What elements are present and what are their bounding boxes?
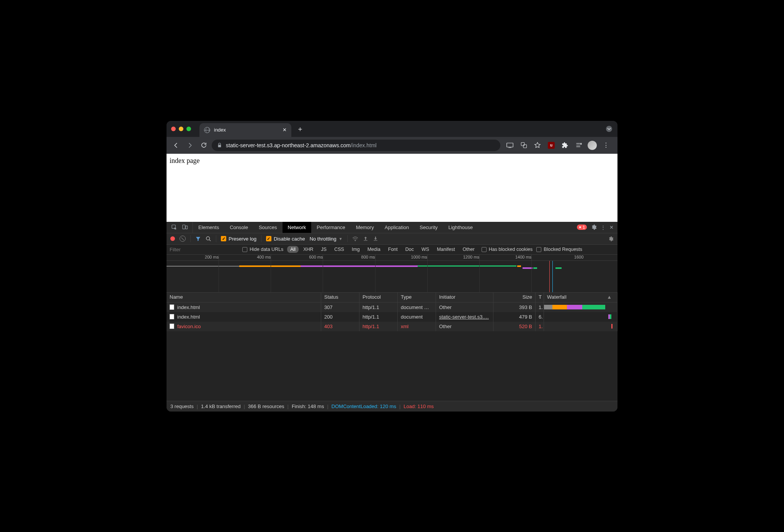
reload-button[interactable] <box>198 140 209 151</box>
devtools-tab-elements[interactable]: Elements <box>193 222 224 233</box>
filter-type-css[interactable]: CSS <box>331 246 347 253</box>
col-time[interactable]: T <box>536 293 544 302</box>
col-name[interactable]: Name <box>167 293 321 302</box>
timeline-tick: 600 ms <box>309 255 323 259</box>
screen-share-icon[interactable] <box>505 140 515 150</box>
tab-close-button[interactable]: ✕ <box>283 127 287 133</box>
timeline-tick: 1400 ms <box>515 255 531 259</box>
download-har-icon[interactable] <box>373 236 378 241</box>
status-load: Load: 110 ms <box>403 403 434 409</box>
media-control-icon[interactable] <box>574 140 584 150</box>
devtools-settings-icon[interactable] <box>591 224 597 230</box>
filter-type-ws[interactable]: WS <box>418 246 432 253</box>
back-button[interactable] <box>170 140 182 151</box>
address-bar[interactable]: static-server-test.s3.ap-northeast-2.ama… <box>212 140 500 151</box>
timeline-tick: 1600 <box>574 255 583 259</box>
devtools-tab-application[interactable]: Application <box>379 222 415 233</box>
window-close-button[interactable] <box>171 127 176 131</box>
svg-rect-10 <box>374 240 377 241</box>
network-settings-icon[interactable] <box>608 236 614 242</box>
filter-type-media[interactable]: Media <box>364 246 384 253</box>
table-row[interactable]: index.html200http/1.1documentstatic-serv… <box>167 312 617 322</box>
devtools-tab-performance[interactable]: Performance <box>311 222 350 233</box>
document-icon <box>170 324 174 329</box>
disable-cache-checkbox[interactable]: ✓Disable cache <box>266 236 305 242</box>
preserve-log-checkbox[interactable]: ✓Preserve log <box>221 236 256 242</box>
throttling-select[interactable]: No throttling▼ <box>310 236 343 242</box>
has-blocked-cookies-checkbox[interactable]: Has blocked cookies <box>482 247 533 252</box>
network-table: Name Status Protocol Type Initiator Size… <box>167 293 617 401</box>
clear-button[interactable] <box>180 236 186 242</box>
col-status[interactable]: Status <box>321 293 359 302</box>
window-minimize-button[interactable] <box>179 127 183 131</box>
bookmark-star-icon[interactable] <box>532 140 542 150</box>
translate-icon[interactable] <box>519 140 529 150</box>
filter-input[interactable] <box>170 247 238 252</box>
hide-data-urls-checkbox[interactable]: Hide data URLs <box>242 247 283 252</box>
traffic-lights <box>171 127 199 131</box>
device-toggle-icon[interactable] <box>182 224 188 230</box>
col-size[interactable]: Size <box>493 293 536 302</box>
lock-icon <box>217 143 222 148</box>
window-maximize-button[interactable] <box>186 127 191 131</box>
filter-type-font[interactable]: Font <box>385 246 401 253</box>
network-conditions-icon[interactable] <box>352 236 358 241</box>
inspect-element-icon[interactable] <box>171 224 177 230</box>
record-button[interactable] <box>170 236 175 241</box>
tab-bar: index ✕ ＋ <box>167 121 617 137</box>
upload-har-icon[interactable] <box>363 236 368 241</box>
status-domcontentloaded: DOMContentLoaded: 120 ms <box>332 403 396 409</box>
col-protocol[interactable]: Protocol <box>359 293 398 302</box>
ublock-extension-icon[interactable]: u <box>546 140 556 150</box>
filter-type-js[interactable]: JS <box>318 246 330 253</box>
filter-type-all[interactable]: All <box>287 246 299 253</box>
svg-rect-5 <box>183 225 185 229</box>
timeline-tick: 400 ms <box>257 255 271 259</box>
devtools-tab-security[interactable]: Security <box>414 222 443 233</box>
browser-menu-button[interactable]: ⋮ <box>601 142 611 149</box>
devtools-close-button[interactable]: ✕ <box>609 225 614 230</box>
timeline-tick: 1000 ms <box>411 255 427 259</box>
devtools-tab-lighthouse[interactable]: Lighthouse <box>443 222 478 233</box>
filter-type-doc[interactable]: Doc <box>402 246 417 253</box>
filter-type-other[interactable]: Other <box>459 246 477 253</box>
tab-list-dropdown[interactable] <box>606 126 612 132</box>
table-row[interactable]: favicon.ico403http/1.1xmlOther520 B1. <box>167 322 617 331</box>
timeline-overview[interactable]: 200 ms400 ms600 ms800 ms1000 ms1200 ms14… <box>167 255 617 293</box>
devtools-tab-console[interactable]: Console <box>224 222 253 233</box>
extensions-puzzle-icon[interactable] <box>560 140 570 150</box>
table-header[interactable]: Name Status Protocol Type Initiator Size… <box>167 293 617 303</box>
document-icon <box>170 314 174 319</box>
error-count-badge[interactable]: 1 <box>577 225 587 230</box>
filter-type-manifest[interactable]: Manifest <box>434 246 458 253</box>
filter-type-xhr[interactable]: XHR <box>300 246 316 253</box>
col-waterfall[interactable]: Waterfall▲ <box>544 293 617 302</box>
filter-bar: Hide data URLs AllXHRJSCSSImgMediaFontDo… <box>167 245 617 255</box>
status-resources: 366 B resources <box>248 403 284 409</box>
devtools-tab-sources[interactable]: Sources <box>253 222 283 233</box>
page-body-text: index page <box>170 157 199 164</box>
tab-title: index <box>214 127 279 133</box>
devtools-tab-network[interactable]: Network <box>283 222 312 233</box>
svg-rect-1 <box>521 142 524 146</box>
filter-type-img[interactable]: Img <box>349 246 363 253</box>
status-finish: Finish: 148 ms <box>292 403 324 409</box>
svg-rect-9 <box>364 240 367 241</box>
blocked-requests-checkbox[interactable]: Blocked Requests <box>536 247 582 252</box>
table-row[interactable]: index.html307http/1.1document …Other393 … <box>167 303 617 312</box>
svg-point-8 <box>355 241 355 241</box>
filter-toggle-icon[interactable] <box>195 236 201 242</box>
col-initiator[interactable]: Initiator <box>436 293 493 302</box>
document-icon <box>170 304 174 310</box>
search-icon[interactable] <box>206 236 211 242</box>
devtools-tabs: ElementsConsoleSourcesNetworkPerformance… <box>167 222 617 233</box>
url-text: static-server-test.s3.ap-northeast-2.ama… <box>226 142 377 148</box>
profile-avatar[interactable] <box>588 141 597 150</box>
forward-button[interactable] <box>184 140 196 151</box>
col-type[interactable]: Type <box>398 293 436 302</box>
new-tab-button[interactable]: ＋ <box>291 124 309 133</box>
browser-tab[interactable]: index ✕ <box>199 123 291 137</box>
devtools-more-icon[interactable]: ⋮ <box>601 225 606 230</box>
devtools-tab-memory[interactable]: Memory <box>351 222 379 233</box>
svg-rect-6 <box>186 226 188 229</box>
